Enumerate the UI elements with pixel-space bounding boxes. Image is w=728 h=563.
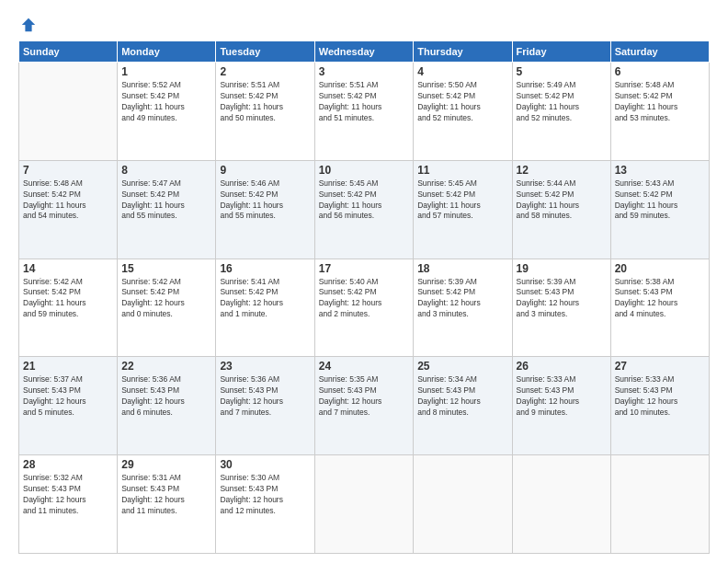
day-info: Sunrise: 5:31 AM Sunset: 5:43 PM Dayligh… [121,473,211,517]
day-info: Sunrise: 5:47 AM Sunset: 5:42 PM Dayligh… [121,178,211,223]
calendar-cell: 4Sunrise: 5:50 AM Sunset: 5:42 PM Daylig… [414,63,512,161]
calendar-cell: 26Sunrise: 5:33 AM Sunset: 5:43 PM Dayli… [512,357,610,455]
day-info: Sunrise: 5:42 AM Sunset: 5:42 PM Dayligh… [23,277,113,321]
day-header-tuesday: Tuesday [216,41,314,63]
calendar-cell: 22Sunrise: 5:36 AM Sunset: 5:43 PM Dayli… [118,357,216,455]
day-info: Sunrise: 5:40 AM Sunset: 5:42 PM Dayligh… [319,277,409,321]
header [18,17,710,33]
day-info: Sunrise: 5:36 AM Sunset: 5:43 PM Dayligh… [220,374,310,419]
day-info: Sunrise: 5:48 AM Sunset: 5:42 PM Dayligh… [23,178,113,223]
day-info: Sunrise: 5:51 AM Sunset: 5:42 PM Dayligh… [319,80,409,124]
day-info: Sunrise: 5:34 AM Sunset: 5:43 PM Dayligh… [417,374,507,419]
calendar-cell [19,63,118,161]
day-number: 20 [615,262,705,275]
day-number: 29 [121,458,211,471]
day-info: Sunrise: 5:51 AM Sunset: 5:42 PM Dayligh… [220,80,310,124]
calendar-cell: 7Sunrise: 5:48 AM Sunset: 5:42 PM Daylig… [19,160,118,259]
day-info: Sunrise: 5:50 AM Sunset: 5:42 PM Dayligh… [417,80,507,124]
day-number: 16 [220,262,310,275]
day-number: 11 [417,164,507,177]
calendar-cell: 8Sunrise: 5:47 AM Sunset: 5:42 PM Daylig… [118,160,216,259]
day-number: 17 [319,262,409,275]
calendar-cell: 24Sunrise: 5:35 AM Sunset: 5:43 PM Dayli… [314,357,413,455]
calendar-cell: 13Sunrise: 5:43 AM Sunset: 5:42 PM Dayli… [610,160,709,259]
day-info: Sunrise: 5:35 AM Sunset: 5:43 PM Dayligh… [319,374,409,419]
day-number: 2 [220,65,310,78]
day-number: 25 [417,360,507,373]
calendar-cell: 28Sunrise: 5:32 AM Sunset: 5:43 PM Dayli… [19,455,118,554]
day-number: 13 [615,164,705,177]
day-info: Sunrise: 5:30 AM Sunset: 5:43 PM Dayligh… [220,473,310,517]
day-info: Sunrise: 5:46 AM Sunset: 5:42 PM Dayligh… [220,178,310,223]
calendar-cell: 21Sunrise: 5:37 AM Sunset: 5:43 PM Dayli… [19,357,118,455]
day-info: Sunrise: 5:43 AM Sunset: 5:42 PM Dayligh… [615,178,705,223]
day-info: Sunrise: 5:33 AM Sunset: 5:43 PM Dayligh… [615,374,705,419]
day-number: 27 [615,360,705,373]
day-info: Sunrise: 5:36 AM Sunset: 5:43 PM Dayligh… [121,374,211,419]
day-number: 10 [319,164,409,177]
day-info: Sunrise: 5:37 AM Sunset: 5:43 PM Dayligh… [23,374,113,419]
day-info: Sunrise: 5:39 AM Sunset: 5:42 PM Dayligh… [417,277,507,321]
day-info: Sunrise: 5:44 AM Sunset: 5:42 PM Dayligh… [517,178,607,223]
day-info: Sunrise: 5:49 AM Sunset: 5:42 PM Dayligh… [517,80,607,124]
calendar-cell [314,455,413,554]
calendar-cell: 10Sunrise: 5:45 AM Sunset: 5:42 PM Dayli… [314,160,413,259]
day-number: 30 [220,458,310,471]
logo [18,17,37,33]
calendar-cell: 23Sunrise: 5:36 AM Sunset: 5:43 PM Dayli… [216,357,314,455]
day-number: 3 [319,65,409,78]
day-number: 26 [517,360,607,373]
day-info: Sunrise: 5:42 AM Sunset: 5:42 PM Dayligh… [121,277,211,321]
calendar-cell: 9Sunrise: 5:46 AM Sunset: 5:42 PM Daylig… [216,160,314,259]
day-info: Sunrise: 5:48 AM Sunset: 5:42 PM Dayligh… [615,80,705,124]
calendar-cell: 27Sunrise: 5:33 AM Sunset: 5:43 PM Dayli… [610,357,709,455]
calendar-cell: 11Sunrise: 5:45 AM Sunset: 5:42 PM Dayli… [414,160,512,259]
day-number: 12 [517,164,607,177]
logo-icon [20,17,37,33]
day-number: 24 [319,360,409,373]
day-header-saturday: Saturday [610,41,709,63]
svg-marker-0 [22,18,35,31]
day-number: 15 [121,262,211,275]
calendar-cell: 2Sunrise: 5:51 AM Sunset: 5:42 PM Daylig… [216,63,314,161]
day-number: 6 [615,65,705,78]
calendar-cell [512,455,610,554]
calendar-cell: 30Sunrise: 5:30 AM Sunset: 5:43 PM Dayli… [216,455,314,554]
calendar-cell: 6Sunrise: 5:48 AM Sunset: 5:42 PM Daylig… [610,63,709,161]
day-number: 5 [517,65,607,78]
calendar-cell: 3Sunrise: 5:51 AM Sunset: 5:42 PM Daylig… [314,63,413,161]
day-number: 28 [23,458,113,471]
calendar-cell: 20Sunrise: 5:38 AM Sunset: 5:43 PM Dayli… [610,259,709,357]
day-info: Sunrise: 5:52 AM Sunset: 5:42 PM Dayligh… [121,80,211,124]
calendar-cell: 25Sunrise: 5:34 AM Sunset: 5:43 PM Dayli… [414,357,512,455]
day-number: 8 [121,164,211,177]
calendar-cell: 14Sunrise: 5:42 AM Sunset: 5:42 PM Dayli… [19,259,118,357]
calendar-cell: 29Sunrise: 5:31 AM Sunset: 5:43 PM Dayli… [118,455,216,554]
day-info: Sunrise: 5:38 AM Sunset: 5:43 PM Dayligh… [615,277,705,321]
calendar-cell: 19Sunrise: 5:39 AM Sunset: 5:43 PM Dayli… [512,259,610,357]
calendar-cell: 5Sunrise: 5:49 AM Sunset: 5:42 PM Daylig… [512,63,610,161]
day-header-sunday: Sunday [19,41,118,63]
calendar-cell [414,455,512,554]
day-header-friday: Friday [512,41,610,63]
calendar-cell: 16Sunrise: 5:41 AM Sunset: 5:42 PM Dayli… [216,259,314,357]
calendar-cell: 18Sunrise: 5:39 AM Sunset: 5:42 PM Dayli… [414,259,512,357]
calendar-cell: 1Sunrise: 5:52 AM Sunset: 5:42 PM Daylig… [118,63,216,161]
day-info: Sunrise: 5:45 AM Sunset: 5:42 PM Dayligh… [417,178,507,223]
calendar: SundayMondayTuesdayWednesdayThursdayFrid… [18,40,710,554]
day-info: Sunrise: 5:32 AM Sunset: 5:43 PM Dayligh… [23,473,113,517]
calendar-cell: 12Sunrise: 5:44 AM Sunset: 5:42 PM Dayli… [512,160,610,259]
calendar-cell: 17Sunrise: 5:40 AM Sunset: 5:42 PM Dayli… [314,259,413,357]
calendar-cell: 15Sunrise: 5:42 AM Sunset: 5:42 PM Dayli… [118,259,216,357]
day-number: 9 [220,164,310,177]
day-number: 14 [23,262,113,275]
day-number: 7 [23,164,113,177]
day-number: 22 [121,360,211,373]
day-header-monday: Monday [118,41,216,63]
day-number: 21 [23,360,113,373]
day-header-thursday: Thursday [414,41,512,63]
day-info: Sunrise: 5:39 AM Sunset: 5:43 PM Dayligh… [517,277,607,321]
day-number: 4 [417,65,507,78]
day-info: Sunrise: 5:33 AM Sunset: 5:43 PM Dayligh… [517,374,607,419]
page: SundayMondayTuesdayWednesdayThursdayFrid… [0,0,728,563]
